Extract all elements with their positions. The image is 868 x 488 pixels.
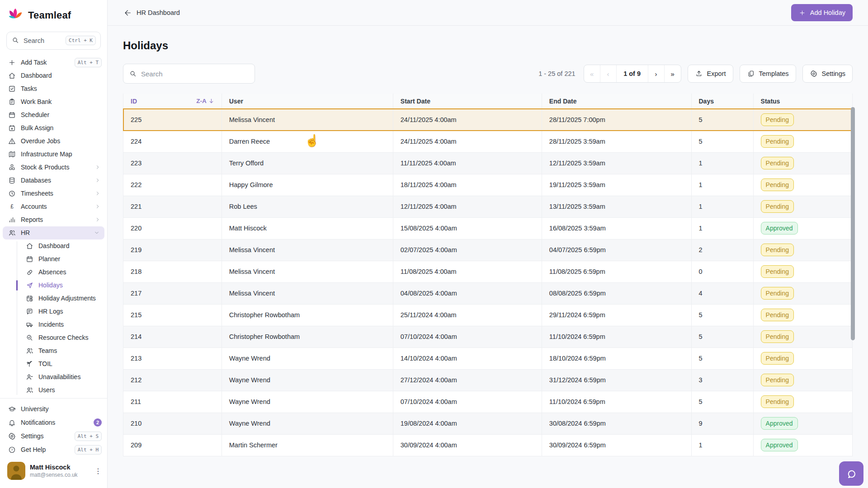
sidebar-subitem-label: HR Logs (38, 308, 63, 315)
sidebar-item-settings[interactable]: Settings Alt + S (0, 429, 107, 443)
sidebar-item-overdue-jobs[interactable]: Overdue Jobs (0, 135, 107, 148)
sidebar-subitem-toil[interactable]: TOIL (0, 357, 107, 371)
table-row[interactable]: 219 Melissa Vincent 02/07/2025 4:00am 04… (123, 239, 853, 261)
table-row[interactable]: 222 Happy Gilmore 18/11/2025 4:00am 19/1… (123, 174, 853, 196)
clipboard-icon (8, 98, 16, 106)
prev-page-button[interactable]: ‹ (600, 65, 617, 82)
sidebar-item-university[interactable]: University (0, 402, 107, 416)
table-row[interactable]: 218 Melissa Vincent 11/08/2025 4:00am 11… (123, 261, 853, 282)
table-row[interactable]: 225 Melissa Vincent 24/11/2025 4:00am 28… (123, 109, 853, 131)
cell-user: Wayne Wrend (222, 413, 393, 434)
sidebar-search[interactable]: Search Ctrl + K (6, 32, 101, 50)
templates-button[interactable]: Templates (740, 65, 796, 83)
cell-id: 209 (123, 434, 222, 456)
sidebar-item-accounts[interactable]: £ Accounts (0, 200, 107, 213)
column-header-days[interactable]: Days (691, 94, 753, 109)
sidebar-item-timesheets[interactable]: Timesheets (0, 187, 107, 200)
export-button[interactable]: Export (688, 65, 733, 83)
sidebar-item-databases[interactable]: Databases (0, 174, 107, 187)
sidebar-subitem-absences[interactable]: Absences (0, 266, 107, 279)
cell-user: Christopher Rowbotham (222, 304, 393, 326)
cell-status: Approved (753, 434, 852, 456)
table-row[interactable]: 209 Martin Schermer 30/09/2024 4:00am 30… (123, 434, 853, 456)
table-row[interactable]: 213 Wayne Wrend 14/10/2024 4:00am 18/10/… (123, 347, 853, 369)
sidebar-subitem-hr-logs[interactable]: HR Logs (0, 305, 107, 318)
column-header-user[interactable]: User (222, 94, 393, 109)
table-row[interactable]: 214 Christopher Rowbotham 07/10/2024 4:0… (123, 326, 853, 347)
profile-menu-icon[interactable]: ⋮ (94, 470, 101, 472)
sidebar-item-dashboard[interactable]: Dashboard (0, 69, 107, 82)
sidebar-item-get-help[interactable]: ? Get Help Alt + H (0, 443, 107, 456)
sidebar-item-label: Notifications (21, 419, 89, 426)
sidebar-subitem-incidents[interactable]: Incidents (0, 318, 107, 331)
sidebar-item-reports[interactable]: Reports (0, 213, 107, 226)
add-holiday-button[interactable]: Add Holiday (791, 4, 853, 21)
cell-days: 5 (691, 347, 753, 369)
shortcut-hint: Alt + H (75, 445, 102, 455)
table-row[interactable]: 217 Melissa Vincent 04/08/2025 4:00am 08… (123, 282, 853, 304)
sidebar-item-hr[interactable]: HR (3, 226, 104, 239)
table-settings-button[interactable]: Settings (802, 65, 853, 83)
table-row[interactable]: 220 Matt Hiscock 15/08/2025 4:00am 16/08… (123, 217, 853, 239)
table-row[interactable]: 223 Terry Offord 11/11/2025 4:00am 12/11… (123, 152, 853, 174)
table-settings-label: Settings (822, 70, 845, 77)
palm-icon (25, 360, 33, 368)
table-header-row: ID Z-A User Start Date End Date Days Sta… (123, 94, 853, 109)
task-icon (8, 84, 16, 93)
calendar-plus-icon (8, 124, 16, 132)
table-row[interactable]: 212 Wayne Wrend 27/12/2024 4:00am 31/12/… (123, 369, 853, 391)
cell-days: 5 (691, 131, 753, 152)
table-row[interactable]: 221 Rob Lees 12/11/2025 4:00am 13/11/202… (123, 196, 853, 217)
cell-user: Melissa Vincent (222, 261, 393, 282)
last-page-button[interactable]: » (665, 65, 681, 82)
sidebar-subitem-holiday-adjustments[interactable]: Holiday Adjustments (0, 292, 107, 305)
sidebar-item-stock-products[interactable]: Stock & Products (0, 161, 107, 174)
column-header-end-date[interactable]: End Date (542, 94, 691, 109)
cell-days: 1 (691, 217, 753, 239)
sidebar-item-label: HR (21, 229, 88, 236)
table-row[interactable]: 215 Christopher Rowbotham 25/11/2024 4:0… (123, 304, 853, 326)
sidebar-item-tasks[interactable]: Tasks (0, 82, 107, 95)
cell-days: 4 (691, 282, 753, 304)
table-row[interactable]: 211 Wayne Wrend 07/10/2024 4:00am 11/10/… (123, 391, 853, 413)
table-search[interactable] (123, 64, 255, 84)
sort-indicator: Z-A (196, 98, 214, 104)
sidebar-item-work-bank[interactable]: Work Bank (0, 95, 107, 108)
arrow-down-icon (208, 98, 214, 104)
column-header-start-date[interactable]: Start Date (393, 94, 542, 109)
sidebar-item-infrastructure-map[interactable]: Infrastructure Map (0, 148, 107, 161)
user-profile[interactable]: Matt Hiscock matt@senses.co.uk ⋮ (0, 456, 107, 488)
cell-id: 224 (123, 131, 222, 152)
table-row[interactable]: 210 Wayne Wrend 19/08/2024 4:00am 30/08/… (123, 413, 853, 434)
sidebar-item-label: Databases (21, 177, 89, 184)
sidebar-subitem-users[interactable]: Users (0, 384, 107, 395)
cell-user: Terry Offord (222, 152, 393, 174)
search-input[interactable] (141, 70, 249, 78)
search-icon (11, 37, 19, 45)
sidebar-item-notifications[interactable]: Notifications 2 (0, 416, 107, 429)
sidebar-subitem-teams[interactable]: Teams (0, 344, 107, 357)
people-icon (25, 386, 33, 394)
column-header-status[interactable]: Status (753, 94, 852, 109)
table-scrollbar[interactable] (851, 107, 855, 340)
status-badge: Pending (761, 200, 794, 213)
sidebar-subitem-dashboard[interactable]: Dashboard (0, 239, 107, 253)
cell-start-date: 07/10/2024 4:00am (393, 391, 542, 413)
back-button[interactable]: HR Dashboard (124, 9, 180, 17)
chat-button[interactable] (839, 461, 863, 486)
table-row[interactable]: 224 Darren Reece 24/11/2025 4:00am 28/11… (123, 131, 853, 152)
sidebar-subitem-unavailabilities[interactable]: Unavailabilities (0, 371, 107, 384)
sidebar-subitem-resource-checks[interactable]: Resource Checks (0, 331, 107, 344)
sidebar-item-scheduler[interactable]: Scheduler (0, 108, 107, 122)
sidebar-nav: Add Task Alt + T Dashboard Tasks Work Ba… (0, 56, 107, 395)
sidebar-item-bulk-assign[interactable]: Bulk Assign (0, 122, 107, 135)
sidebar-subitem-holidays[interactable]: Holidays (0, 279, 107, 292)
first-page-button[interactable]: « (584, 65, 600, 82)
next-page-button[interactable]: › (648, 65, 665, 82)
sidebar-item-add-task[interactable]: Add Task Alt + T (0, 56, 107, 69)
cell-id: 223 (123, 152, 222, 174)
plane-icon (25, 281, 33, 289)
status-badge: Pending (761, 135, 794, 148)
sidebar-subitem-planner[interactable]: Planner (0, 253, 107, 266)
column-header-id[interactable]: ID Z-A (123, 94, 222, 109)
